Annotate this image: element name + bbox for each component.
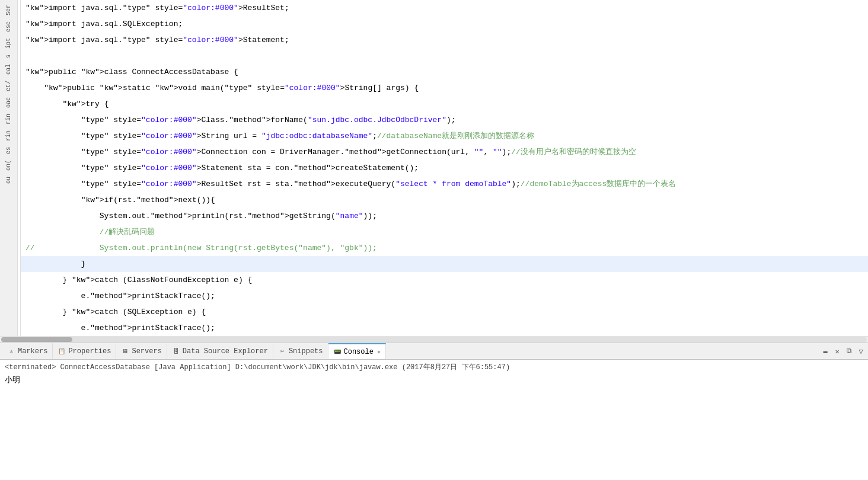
- close-button[interactable]: ✕: [832, 347, 842, 356]
- scrollbar-thumb[interactable]: [1, 337, 72, 342]
- sidebar-label-rin2[interactable]: rin: [4, 128, 13, 143]
- bottom-panel: ⚠Markers📋Properties🖥Servers🗄Data Source …: [0, 343, 868, 480]
- code-line-6: "kw">import java.sql."type" style="color…: [21, 0, 868, 16]
- code-line-14: "type" style="color:#000">String url = "…: [21, 128, 868, 144]
- tab-properties[interactable]: 📋Properties: [53, 343, 116, 359]
- minimize-button[interactable]: ▬: [821, 347, 830, 356]
- snippets-icon: ✂: [278, 347, 286, 356]
- tabs-bar: ⚠Markers📋Properties🖥Servers🗄Data Source …: [0, 343, 868, 360]
- console-close-button[interactable]: ✕: [377, 348, 381, 356]
- code-line-26: e."method">printStackTrace();: [21, 320, 868, 336]
- sidebar-label-ou[interactable]: ou: [4, 174, 13, 186]
- datasource-tab-label: Data Source Explorer: [183, 347, 268, 356]
- code-line-10: "kw">public "kw">class ConnectAccessData…: [21, 64, 868, 80]
- scrollbar-track[interactable]: [1, 337, 867, 342]
- tab-snippets[interactable]: ✂Snippets: [273, 343, 328, 359]
- sidebar-label-oac[interactable]: oac: [4, 95, 13, 110]
- horizontal-scrollbar[interactable]: [0, 336, 868, 343]
- markers-icon: ⚠: [7, 347, 15, 356]
- sidebar-label-esc[interactable]: esc: [4, 19, 13, 34]
- tab-markers[interactable]: ⚠Markers: [2, 343, 53, 359]
- sidebar-label-ct[interactable]: ct/: [4, 78, 13, 94]
- markers-tab-label: Markers: [18, 347, 47, 356]
- properties-tab-label: Properties: [68, 347, 111, 356]
- console-icon: 📟: [333, 348, 342, 356]
- servers-icon: 🖥: [121, 347, 129, 356]
- sidebar-label-rin1[interactable]: rin: [4, 111, 13, 127]
- editor-area: Ser esc ipt s eal ct/ oac rin rin es on(…: [0, 0, 868, 336]
- code-line-9: [21, 48, 868, 64]
- sidebar-label-ipt[interactable]: ipt: [4, 36, 13, 51]
- servers-tab-label: Servers: [132, 347, 161, 356]
- main-layout: Ser esc ipt s eal ct/ oac rin rin es on(…: [0, 0, 868, 480]
- menu-button[interactable]: ▽: [856, 347, 866, 356]
- console-status: <terminated> ConnectAccessDatabase [Java…: [5, 362, 863, 372]
- code-line-24: e."method">printStackTrace();: [21, 288, 868, 304]
- left-sidebar: Ser esc ipt s eal ct/ oac rin rin es on(…: [0, 0, 18, 336]
- datasource-icon: 🗄: [172, 347, 180, 356]
- code-line-11: "kw">public "kw">static "kw">void main("…: [21, 80, 868, 96]
- sidebar-label-es[interactable]: es: [4, 145, 13, 156]
- code-line-21: // System.out.println(new String(rst.get…: [21, 240, 868, 256]
- tab-servers[interactable]: 🖥Servers: [116, 343, 167, 359]
- code-line-18: "kw">if(rst."method">next()){: [21, 192, 868, 208]
- sidebar-label-ser[interactable]: Ser: [4, 2, 13, 18]
- code-line-22: }: [21, 256, 868, 272]
- code-line-12: "kw">try {: [21, 96, 868, 112]
- code-line-8: "kw">import java.sql."type" style="color…: [21, 32, 868, 48]
- snippets-tab-label: Snippets: [289, 347, 323, 356]
- code-line-17: "type" style="color:#000">ResultSet rst …: [21, 176, 868, 192]
- code-container: 67891011121314151617181920212223242526 "…: [0, 0, 868, 336]
- code-lines[interactable]: "kw">import java.sql."type" style="color…: [21, 0, 868, 336]
- code-line-7: "kw">import java.sql.SQLException;: [21, 16, 868, 32]
- code-line-20: //解决乱码问题: [21, 224, 868, 240]
- code-line-19: System.out."method">println(rst."method"…: [21, 208, 868, 224]
- sidebar-label-eal[interactable]: eal: [4, 62, 13, 77]
- code-line-13: "type" style="color:#000">Class."method"…: [21, 112, 868, 128]
- code-line-25: } "kw">catch (SQLException e) {: [21, 304, 868, 320]
- tabs-row: ⚠Markers📋Properties🖥Servers🗄Data Source …: [0, 343, 868, 360]
- code-line-16: "type" style="color:#000">Statement sta …: [21, 160, 868, 176]
- code-line-15: "type" style="color:#000">Connection con…: [21, 144, 868, 160]
- sidebar-label-s[interactable]: s: [4, 52, 13, 60]
- tab-datasource[interactable]: 🗄Data Source Explorer: [167, 343, 273, 359]
- console-content: <terminated> ConnectAccessDatabase [Java…: [0, 360, 868, 480]
- code-line-23: } "kw">catch (ClassNotFoundException e) …: [21, 272, 868, 288]
- sidebar-label-on[interactable]: on(: [4, 158, 13, 173]
- properties-icon: 📋: [58, 347, 66, 356]
- tab-console[interactable]: 📟Console✕: [328, 343, 386, 359]
- panel-toolbar: ▬ ✕ ⧉ ▽: [821, 343, 866, 360]
- maximize-button[interactable]: ⧉: [844, 347, 854, 356]
- console-output: 小明: [5, 375, 863, 385]
- console-tab-label: Console: [344, 348, 374, 356]
